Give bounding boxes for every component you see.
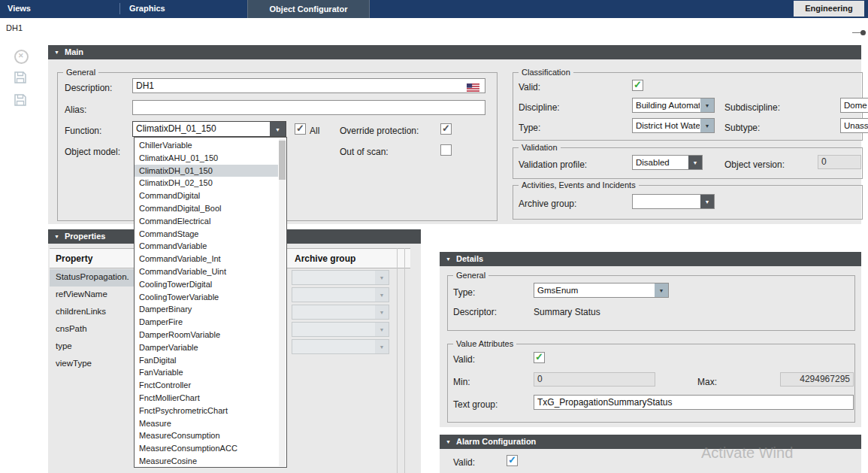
column-header-archive-group[interactable]: Archive group <box>295 253 355 264</box>
function-dropdown-item[interactable]: CommandVariable_Int <box>135 253 278 265</box>
validation-profile-value: Disabled <box>636 156 688 169</box>
function-dropdown-item[interactable]: FanDigital <box>135 354 278 367</box>
function-dropdown-item[interactable]: DamperVariable <box>135 341 278 354</box>
dropdown-scrollbar-thumb[interactable] <box>279 141 286 180</box>
value-valid-checkbox[interactable] <box>534 352 545 363</box>
engineering-mode-badge[interactable]: Engineering <box>794 1 864 17</box>
max-label: Max: <box>697 377 717 387</box>
column-header-property[interactable]: Property <box>56 253 92 264</box>
archive-group-cell-combobox[interactable] <box>292 270 389 285</box>
function-dropdown-item[interactable]: DamperBinary <box>135 303 278 316</box>
function-dropdown: ChillerVariableClimatixAHU_01_150Climati… <box>134 137 287 468</box>
collapse-triangle-icon[interactable] <box>54 45 59 59</box>
save-button[interactable] <box>14 71 27 87</box>
chevron-down-icon[interactable] <box>688 156 702 169</box>
tab-separator <box>119 3 120 14</box>
function-dropdown-item[interactable]: MeasureCosine <box>135 455 278 467</box>
chevron-down-icon <box>375 323 389 336</box>
tab-views[interactable]: Views <box>8 4 31 13</box>
function-dropdown-item[interactable]: CommandVariable_Uint <box>135 265 278 278</box>
classification-type-combobox[interactable]: District Hot Water <box>632 118 715 133</box>
function-dropdown-item[interactable]: DamperFire <box>135 316 278 329</box>
subdiscipline-label: Subdiscipline: <box>724 102 780 113</box>
dropdown-scrollbar <box>279 138 286 466</box>
activities-legend: Activities, Events and Incidents <box>519 180 639 190</box>
function-dropdown-item[interactable]: CommandVariable <box>135 240 278 253</box>
max-field[interactable]: 4294967295 <box>780 372 854 387</box>
chevron-down-icon[interactable] <box>700 99 714 112</box>
validation-profile-combobox[interactable]: Disabled <box>632 155 703 170</box>
classification-legend: Classification <box>519 68 573 77</box>
all-checkbox[interactable] <box>295 123 306 135</box>
override-protection-checkbox[interactable] <box>440 123 452 135</box>
function-dropdown-item[interactable]: MeasureConsumptionACC <box>135 442 278 455</box>
collapse-triangle-icon[interactable] <box>446 252 451 266</box>
archive-group-cell-combobox[interactable] <box>292 305 389 320</box>
archive-group-combobox[interactable] <box>632 194 715 209</box>
function-dropdown-item[interactable]: FanVariable <box>135 366 278 379</box>
function-dropdown-item[interactable]: ClimatixDH_02_150 <box>135 177 278 190</box>
chevron-down-icon[interactable] <box>270 122 286 136</box>
alarm-valid-checkbox[interactable] <box>507 455 518 466</box>
archive-group-value <box>636 195 700 208</box>
details-type-value: GmsEnum <box>537 283 654 297</box>
chevron-down-icon[interactable] <box>700 195 714 208</box>
property-name: childrenLinks <box>56 307 106 316</box>
details-general-legend: General <box>453 271 488 280</box>
object-model-label: Object model: <box>65 147 120 157</box>
out-of-scan-checkbox[interactable] <box>440 144 452 156</box>
archive-group-cell-combobox[interactable] <box>292 287 389 302</box>
alias-input[interactable] <box>132 100 485 115</box>
chevron-down-icon[interactable] <box>700 119 714 132</box>
function-dropdown-item[interactable]: DamperRoomVariable <box>135 329 278 341</box>
function-dropdown-list: ChillerVariableClimatixAHU_01_150Climati… <box>135 139 278 467</box>
discipline-value: Building Automation <box>636 99 700 112</box>
tab-graphics[interactable]: Graphics <box>129 4 165 13</box>
function-dropdown-item[interactable]: FnctPsychrometricChart <box>135 405 278 417</box>
function-dropdown-item[interactable]: CoolingTowerDigital <box>135 278 278 291</box>
function-dropdown-item[interactable]: ClimatixAHU_01_150 <box>135 152 278 165</box>
min-field[interactable]: 0 <box>534 372 655 387</box>
validation-profile-label: Validation profile: <box>519 159 587 170</box>
discard-changes-button[interactable] <box>14 50 29 64</box>
archive-group-cell-combobox[interactable] <box>292 339 389 354</box>
function-dropdown-item[interactable]: FnctController <box>135 379 278 392</box>
function-dropdown-item[interactable]: ChillerVariable <box>135 139 278 152</box>
collapse-triangle-icon[interactable] <box>446 435 451 449</box>
collapse-triangle-icon[interactable] <box>54 229 59 244</box>
text-group-input[interactable]: TxG_PropagationSummaryStatus <box>534 395 854 410</box>
function-dropdown-item[interactable]: CommandDigital <box>135 190 278 202</box>
description-input[interactable]: DH1 <box>132 78 485 93</box>
function-dropdown-item[interactable]: FnctMollierChart <box>135 392 278 405</box>
property-name: cnsPath <box>56 324 87 333</box>
function-dropdown-item[interactable]: CoolingTowerVariable <box>135 291 278 304</box>
function-dropdown-item[interactable]: ClimatixDH_01_150 <box>135 165 278 177</box>
discipline-combobox[interactable]: Building Automation <box>632 98 715 113</box>
archive-group-cell-combobox[interactable] <box>292 322 389 337</box>
details-type-combobox[interactable]: GmsEnum <box>534 283 669 298</box>
object-configurator-window: Views Graphics Object Configurator Engin… <box>0 0 868 473</box>
function-combobox-value: ClimatixDH_01_150 <box>136 122 270 136</box>
function-dropdown-item[interactable]: MeasureConsumption <box>135 429 278 442</box>
subtype-combobox[interactable]: Unass <box>840 118 868 133</box>
function-dropdown-item[interactable]: CommandStage <box>135 228 278 241</box>
us-flag-icon[interactable] <box>467 81 479 89</box>
general-legend: General <box>63 68 98 77</box>
function-combobox[interactable]: ClimatixDH_01_150 <box>132 121 286 137</box>
classification-valid-checkbox[interactable] <box>632 80 643 91</box>
function-dropdown-item[interactable]: CommandElectrical <box>135 215 278 228</box>
alarm-panel-title: Alarm Configuration <box>456 435 536 449</box>
description-label: Description: <box>65 83 112 93</box>
tab-object-configurator[interactable]: Object Configurator <box>247 0 370 18</box>
chevron-down-icon[interactable] <box>655 283 668 297</box>
function-dropdown-item[interactable]: Measure <box>135 417 278 430</box>
save-as-button[interactable] <box>14 93 27 110</box>
subdiscipline-combobox[interactable]: Dome <box>840 98 868 113</box>
function-dropdown-item[interactable]: CommandDigital_Bool <box>135 202 278 215</box>
all-label: All <box>310 126 319 136</box>
alarm-panel-body <box>440 449 861 473</box>
subtype-label: Subtype: <box>724 123 760 133</box>
chevron-down-icon <box>375 340 389 353</box>
main-panel-title: Main <box>65 45 83 59</box>
splitter-handle[interactable] <box>860 30 866 35</box>
